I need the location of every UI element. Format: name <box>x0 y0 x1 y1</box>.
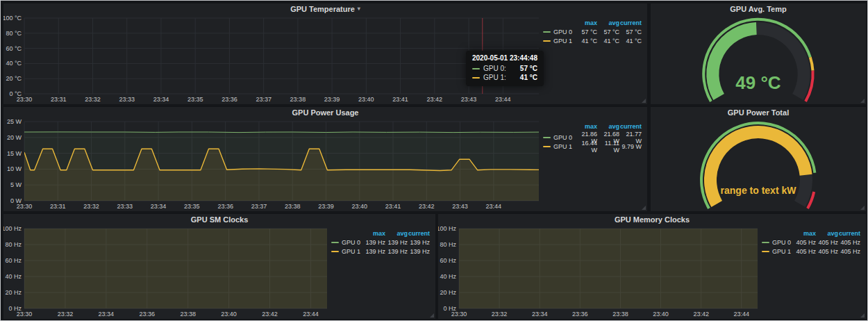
svg-text:40 Hz: 40 Hz <box>440 273 456 280</box>
legend-header-max[interactable]: max <box>363 230 385 237</box>
svg-text:23:35: 23:35 <box>187 96 203 103</box>
svg-text:23:32: 23:32 <box>58 311 74 318</box>
chart-tooltip: 2020-05-01 23:44:48 GPU 0: 57 °C GPU 1: … <box>466 51 544 86</box>
svg-text:23:36: 23:36 <box>217 203 233 210</box>
legend-value-avg: 11.11 W <box>597 140 619 154</box>
series-color-dash <box>472 77 480 79</box>
legend-header-avg[interactable]: avg <box>597 19 619 26</box>
panel-title: GPU Temperature <box>290 5 355 13</box>
svg-text:100 Hz: 100 Hz <box>3 225 22 232</box>
svg-text:60 Hz: 60 Hz <box>5 257 22 264</box>
svg-text:23:39: 23:39 <box>324 96 340 103</box>
svg-text:23:36: 23:36 <box>222 96 237 103</box>
svg-text:23:37: 23:37 <box>256 96 272 103</box>
svg-text:23:40: 23:40 <box>358 96 374 103</box>
legend-header-avg[interactable]: avg <box>385 230 408 237</box>
svg-text:23:42: 23:42 <box>262 311 278 318</box>
svg-text:23:38: 23:38 <box>612 311 628 318</box>
panel-gpu-power-total: GPU Power Total range to text kW <box>651 107 866 211</box>
panel-header-gpu-avg-temp[interactable]: GPU Avg. Temp <box>651 3 866 14</box>
sm-clocks-chart[interactable]: 0 Hz20 Hz40 Hz60 Hz80 Hz100 Hz23:3023:32… <box>3 224 331 319</box>
svg-text:80 Hz: 80 Hz <box>440 241 456 248</box>
legend-header-current[interactable]: current <box>408 230 430 237</box>
svg-text:23:40: 23:40 <box>221 311 237 318</box>
svg-text:23:32: 23:32 <box>492 311 508 318</box>
panel-header-gpu-power-total[interactable]: GPU Power Total <box>651 107 866 117</box>
svg-text:5 W: 5 W <box>10 181 22 188</box>
series-color-dash <box>762 251 769 252</box>
panel-title: GPU Memory Clocks <box>615 215 690 224</box>
svg-text:80 Hz: 80 Hz <box>5 241 22 248</box>
svg-text:23:42: 23:42 <box>693 311 709 318</box>
legend-value-avg: 139 Hz <box>385 248 408 255</box>
tooltip-row: GPU 0: 57 °C <box>472 64 537 73</box>
series-color-dash <box>543 137 551 138</box>
svg-text:23:40: 23:40 <box>653 311 669 318</box>
legend-gpu-power: max avg current GPU 0 21.86 W 21.68 W 21… <box>543 117 647 211</box>
panel-header-gpu-memory-clocks[interactable]: GPU Memory Clocks <box>438 214 866 224</box>
panel-gpu-power-usage: GPU Power Usage 0 W5 W10 W15 W20 W25 W23… <box>3 107 647 211</box>
power-usage-chart[interactable]: 0 W5 W10 W15 W20 W25 W23:3023:3123:3223:… <box>3 117 543 211</box>
legend-row-gpu1: GPU 1 405 Hz 405 Hz 405 Hz <box>762 247 860 256</box>
panel-header-gpu-sm-clocks[interactable]: GPU SM Clocks <box>3 214 435 224</box>
svg-text:23:34: 23:34 <box>153 96 169 103</box>
svg-text:23:38: 23:38 <box>290 96 306 103</box>
legend-header-current[interactable]: current <box>838 230 860 237</box>
legend-series-toggle[interactable]: GPU 0 <box>543 28 575 35</box>
legend-series-toggle[interactable]: GPU 1 <box>762 248 794 255</box>
series-color-dash <box>543 40 551 42</box>
legend-header-avg[interactable]: avg <box>816 230 838 237</box>
svg-text:20 Hz: 20 Hz <box>440 289 456 296</box>
memory-clocks-chart[interactable]: 0 Hz20 Hz40 Hz60 Hz80 Hz100 Hz23:3023:32… <box>438 224 762 319</box>
panel-title: GPU SM Clocks <box>191 215 249 224</box>
legend-value-max: 16.44 W <box>575 140 597 154</box>
svg-text:23:40: 23:40 <box>351 203 367 210</box>
legend-series-toggle[interactable]: GPU 0 <box>762 239 794 246</box>
gauge-value: 49 °C <box>651 72 866 94</box>
legend-header-current[interactable]: current <box>619 123 642 130</box>
svg-text:23:39: 23:39 <box>318 203 334 210</box>
panel-header-gpu-power-usage[interactable]: GPU Power Usage <box>3 107 647 117</box>
legend-row-gpu0: GPU 0 57 °C 57 °C 57 °C <box>543 27 642 36</box>
legend-header-max[interactable]: max <box>794 230 816 237</box>
legend-value-avg: 57 °C <box>597 28 619 35</box>
series-color-dash <box>543 146 551 147</box>
svg-text:23:34: 23:34 <box>532 311 548 318</box>
svg-text:23:34: 23:34 <box>99 311 115 318</box>
legend-value-max: 139 Hz <box>363 239 385 246</box>
legend-series-toggle[interactable]: GPU 1 <box>543 143 575 150</box>
svg-text:20 W: 20 W <box>7 134 22 141</box>
legend-header-current[interactable]: current <box>619 19 642 26</box>
svg-text:20 °C: 20 °C <box>6 75 22 82</box>
legend-value-current: 405 Hz <box>838 248 860 255</box>
svg-text:23:44: 23:44 <box>495 96 511 103</box>
legend-series-toggle[interactable]: GPU 1 <box>543 38 575 44</box>
svg-text:23:44: 23:44 <box>303 311 319 318</box>
legend-row-gpu1: GPU 1 41 °C 41 °C 41 °C <box>543 36 642 45</box>
tooltip-timestamp: 2020-05-01 23:44:48 <box>472 54 537 62</box>
svg-text:23:30: 23:30 <box>17 96 33 103</box>
legend-header-avg[interactable]: avg <box>597 123 619 130</box>
grafana-dashboard: GPU Temperature ▾ 0 °C20 °C40 °C60 °C80 … <box>0 0 868 321</box>
legend-gpu-memory-clocks: max avg current GPU 0 405 Hz 405 Hz 405 … <box>762 224 866 319</box>
panel-gpu-sm-clocks: GPU SM Clocks 0 Hz20 Hz40 Hz60 Hz80 Hz10… <box>3 214 435 319</box>
svg-text:23:32: 23:32 <box>85 96 101 103</box>
legend-value-current: 21.77 W <box>619 131 642 145</box>
panel-header-gpu-temperature[interactable]: GPU Temperature ▾ <box>3 3 647 14</box>
legend-series-toggle[interactable]: GPU 0 <box>543 134 575 141</box>
legend-header-max[interactable]: max <box>575 123 597 130</box>
tooltip-series-name: GPU 0: <box>483 64 506 73</box>
tooltip-series-value: 57 °C <box>513 64 537 73</box>
svg-text:23:41: 23:41 <box>385 203 401 210</box>
panel-gpu-temperature: GPU Temperature ▾ 0 °C20 °C40 °C60 °C80 … <box>3 3 647 104</box>
gauge-value: range to text kW <box>651 185 866 196</box>
legend-header-max[interactable]: max <box>575 19 597 26</box>
svg-text:23:44: 23:44 <box>486 203 502 210</box>
svg-text:60 °C: 60 °C <box>6 45 22 52</box>
svg-text:23:31: 23:31 <box>50 203 66 210</box>
panel-title: GPU Power Usage <box>292 108 359 117</box>
legend-value-max: 41 °C <box>575 38 597 44</box>
legend-series-toggle[interactable]: GPU 1 <box>331 248 363 255</box>
temperature-chart[interactable]: 0 °C20 °C40 °C60 °C80 °C100 °C23:3023:31… <box>3 14 543 104</box>
legend-series-toggle[interactable]: GPU 0 <box>331 239 363 246</box>
